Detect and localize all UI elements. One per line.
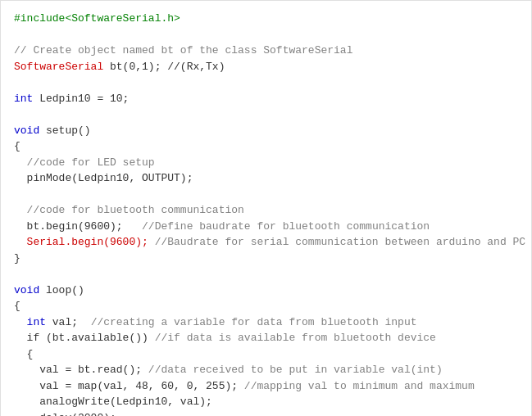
code-token: bt(0,1); //(Rx,Tx) <box>103 61 225 73</box>
code-token: Serial.begin(9600); <box>14 236 148 248</box>
code-line: SoftwareSerial bt(0,1); //(Rx,Tx) <box>14 59 518 75</box>
code-line: { <box>14 138 518 155</box>
code-line: //code for LED setup <box>14 155 518 171</box>
code-line: Serial.begin(9600); //Baudrate for seria… <box>14 234 518 251</box>
code-token: { <box>14 348 33 360</box>
code-line <box>14 187 518 203</box>
code-token: int <box>14 93 33 105</box>
code-line: // Create object named bt of the class S… <box>14 43 518 59</box>
code-token: loop() <box>39 284 84 296</box>
code-line: delay(2000); <box>14 410 518 417</box>
code-line: { <box>14 346 518 363</box>
code-line: int Ledpin10 = 10; <box>14 91 518 107</box>
code-line <box>14 106 518 123</box>
code-line: int val; //creating a variable for data … <box>14 314 518 331</box>
code-token: Ledpin10 = 10; <box>33 93 129 105</box>
code-token: void <box>14 284 39 296</box>
code-line: pinMode(Ledpin10, OUTPUT); <box>14 170 518 187</box>
code-token: #include<SoftwareSerial.h> <box>14 12 180 25</box>
code-line: val = bt.read(); //data received to be p… <box>14 362 518 378</box>
code-token <box>14 316 27 328</box>
code-token: //Baudrate for serial communication betw… <box>148 236 525 248</box>
code-token: { <box>14 140 20 152</box>
code-line: #include<SoftwareSerial.h> <box>14 11 518 27</box>
code-line <box>14 75 518 91</box>
code-line: { <box>14 298 518 314</box>
code-token: //Define baudrate for bluetooth communic… <box>142 220 430 233</box>
code-token: val; <box>46 316 91 328</box>
code-token: int <box>27 316 46 328</box>
code-line: void loop() <box>14 283 518 299</box>
code-token: //mapping val to minimum and maximum <box>244 380 475 392</box>
code-token: SoftwareSerial <box>14 61 103 73</box>
code-token: val = map(val, 48, 60, 0, 255); <box>14 380 244 392</box>
code-token: setup() <box>39 124 90 137</box>
code-line: analogWrite(Ledpin10, val); <box>14 394 518 410</box>
code-token: //data received to be put in variable va… <box>148 364 443 376</box>
code-line: } <box>14 251 518 267</box>
code-token: //code for bluetooth communication <box>14 204 244 216</box>
code-line: void setup() <box>14 123 518 139</box>
code-token: analogWrite(Ledpin10, val); <box>14 396 212 408</box>
code-line <box>14 266 518 283</box>
code-token: delay(2000); <box>14 412 116 417</box>
code-token: //if data is available from bluetooth de… <box>155 332 436 344</box>
code-line: //code for bluetooth communication <box>14 202 518 219</box>
code-token: bt.begin(9600); <box>14 220 142 233</box>
code-token: if (bt.available()) <box>14 332 155 344</box>
code-token: val = bt.read(); <box>14 364 148 376</box>
code-token: } <box>14 252 20 265</box>
code-line: val = map(val, 48, 60, 0, 255); //mappin… <box>14 378 518 395</box>
code-token: void <box>14 124 39 137</box>
code-line <box>14 27 518 43</box>
code-token: //code for LED setup <box>14 156 155 169</box>
code-token: pinMode(Ledpin10, OUTPUT); <box>14 172 193 184</box>
code-token: // Create object named bt of the class S… <box>14 44 352 57</box>
code-token: { <box>14 300 20 312</box>
code-line: if (bt.available()) //if data is availab… <box>14 330 518 346</box>
code-token: //creating a variable for data from blue… <box>91 316 417 328</box>
code-editor: #include<SoftwareSerial.h> // Create obj… <box>0 0 532 416</box>
code-line: bt.begin(9600); //Define baudrate for bl… <box>14 219 518 235</box>
